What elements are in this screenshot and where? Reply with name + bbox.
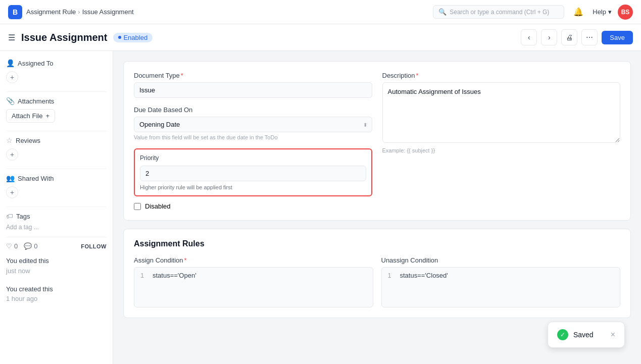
- activity-item-1: You edited this just now: [6, 256, 107, 276]
- top-navigation: B Assignment Rule › Issue Assignment 🔍 S…: [0, 0, 641, 24]
- assign-line-number: 1: [140, 272, 146, 279]
- unassign-condition-code[interactable]: 1 status=='Closed': [381, 267, 621, 307]
- priority-hint: Higher priority rule will be applied fir…: [140, 184, 366, 190]
- unassign-condition-field: Unassign Condition 1 status=='Closed': [381, 256, 621, 307]
- assigned-to-label: 👤 Assigned To: [6, 59, 107, 67]
- attach-file-button[interactable]: Attach File +: [6, 109, 55, 123]
- rules-grid: Assign Condition * 1 status=='Open' Unas…: [134, 256, 620, 307]
- likes-count: ♡ 0: [6, 242, 18, 250]
- document-type-input[interactable]: [134, 82, 372, 98]
- reviews-section: ☆ Reviews +: [6, 136, 107, 161]
- shared-with-section: 👥 Shared With +: [6, 174, 107, 198]
- chevron-down-icon: ▾: [608, 8, 612, 16]
- add-tag-link[interactable]: Add a tag ...: [6, 224, 39, 231]
- tags-section: 🏷 Tags Add a tag ...: [6, 212, 107, 231]
- activity-log: You edited this just now You created thi…: [6, 256, 107, 304]
- activity-item-2: You created this 1 hour ago: [6, 284, 107, 304]
- document-type-field: Document Type *: [134, 72, 372, 98]
- follow-button[interactable]: FOLLOW: [81, 243, 107, 249]
- print-button[interactable]: 🖨: [561, 29, 577, 45]
- reviews-label: ☆ Reviews: [6, 136, 107, 144]
- description-field: Description * Automatic Assignment of Is…: [382, 72, 621, 153]
- assignment-rules-title: Assignment Rules: [134, 239, 620, 248]
- comments-count: 💬 0: [24, 242, 37, 250]
- assigned-to-section: 👤 Assigned To +: [6, 59, 107, 83]
- page-header-actions: ‹ › 🖨 ⋯ Save: [521, 29, 633, 45]
- more-options-button[interactable]: ⋯: [581, 29, 598, 45]
- unassign-condition-value: status=='Closed': [400, 272, 448, 279]
- add-assigned-to-button[interactable]: +: [6, 71, 18, 83]
- unassign-code-line: 1 status=='Closed': [388, 272, 614, 279]
- assign-condition-value: status=='Open': [153, 272, 196, 279]
- due-date-label: Due Date Based On: [134, 106, 372, 114]
- tags-label: 🏷 Tags: [6, 212, 107, 220]
- toast-close-button[interactable]: ×: [611, 330, 615, 339]
- sidebar: 👤 Assigned To + 📎 Attachments Attach Fil…: [0, 51, 113, 364]
- add-shared-with-button[interactable]: +: [6, 186, 18, 198]
- priority-value: 2: [140, 166, 366, 181]
- plus-icon: +: [45, 112, 50, 120]
- breadcrumb-assignment-rule[interactable]: Assignment Rule: [26, 8, 76, 16]
- status-dot: [118, 36, 121, 39]
- assignment-rules-card: Assignment Rules Assign Condition * 1 st…: [123, 229, 631, 318]
- required-star: *: [181, 72, 183, 79]
- main-form-card: Document Type * Due Date Based On Openin…: [123, 61, 631, 221]
- document-type-label: Document Type *: [134, 72, 372, 79]
- priority-label: Priority: [140, 154, 366, 162]
- help-label: Help: [593, 8, 606, 16]
- main-layout: 👤 Assigned To + 📎 Attachments Attach Fil…: [0, 51, 641, 364]
- breadcrumb-sep-1: ›: [78, 8, 80, 16]
- share-icon: 👥: [6, 174, 15, 182]
- form-grid: Document Type * Due Date Based On Openin…: [134, 72, 620, 210]
- page-header: ☰ Issue Assignment Enabled ‹ › 🖨 ⋯ Save: [0, 24, 641, 51]
- hamburger-icon[interactable]: ☰: [8, 33, 15, 42]
- shared-with-label: 👥 Shared With: [6, 174, 107, 182]
- avatar: BS: [618, 5, 633, 20]
- help-button[interactable]: Help ▾: [593, 8, 612, 16]
- user-icon: 👤: [6, 59, 15, 67]
- breadcrumb: Assignment Rule › Issue Assignment: [26, 8, 134, 16]
- unassign-condition-label: Unassign Condition: [381, 256, 621, 264]
- attach-file-label: Attach File: [12, 112, 42, 120]
- assign-condition-field: Assign Condition * 1 status=='Open': [134, 256, 373, 307]
- left-column: Document Type * Due Date Based On Openin…: [134, 72, 372, 210]
- due-date-select[interactable]: Opening Date: [134, 117, 372, 132]
- description-required-star: *: [416, 72, 419, 79]
- tag-icon: 🏷: [6, 212, 13, 220]
- description-label: Description *: [382, 72, 621, 79]
- prev-button[interactable]: ‹: [521, 29, 537, 45]
- description-example: Example: {{ subject }}: [382, 147, 621, 153]
- add-review-button[interactable]: +: [6, 148, 18, 161]
- notifications-button[interactable]: 🔔: [570, 4, 586, 20]
- toast-check-icon: ✓: [557, 329, 568, 340]
- topnav-right: 🔍 Search or type a command (Ctrl + G) 🔔 …: [433, 4, 633, 20]
- paperclip-icon: 📎: [6, 97, 15, 105]
- priority-box: Priority 2 Higher priority rule will be …: [134, 148, 372, 196]
- app-icon: B: [8, 5, 22, 19]
- due-date-select-wrapper: Opening Date ⬍: [134, 117, 372, 132]
- assign-code-line: 1 status=='Open': [140, 272, 367, 279]
- disabled-row: Disabled: [134, 202, 372, 210]
- status-badge: Enabled: [113, 33, 153, 42]
- assign-condition-code[interactable]: 1 status=='Open': [134, 267, 373, 307]
- unassign-line-number: 1: [388, 272, 394, 279]
- main-content: Document Type * Due Date Based On Openin…: [113, 51, 641, 364]
- breadcrumb-issue-assignment[interactable]: Issue Assignment: [82, 8, 134, 16]
- right-column: Description * Automatic Assignment of Is…: [382, 72, 621, 210]
- description-textarea[interactable]: Automatic Assignment of Issues: [382, 82, 621, 143]
- assign-required-star: *: [184, 256, 187, 264]
- disabled-checkbox[interactable]: [134, 203, 141, 210]
- page-title: Issue Assignment: [21, 32, 107, 43]
- star-icon: ☆: [6, 136, 13, 144]
- social-row: ♡ 0 💬 0 FOLLOW: [6, 242, 107, 250]
- due-date-hint: Value from this field will be set as the…: [134, 134, 372, 140]
- search-bar[interactable]: 🔍 Search or type a command (Ctrl + G): [433, 5, 564, 19]
- due-date-field: Due Date Based On Opening Date ⬍ Value f…: [134, 106, 372, 140]
- saved-toast: ✓ Saved ×: [548, 322, 625, 348]
- attachments-label: 📎 Attachments: [6, 97, 107, 105]
- search-placeholder: Search or type a command (Ctrl + G): [450, 9, 549, 16]
- status-label: Enabled: [123, 34, 147, 41]
- attachments-section: 📎 Attachments Attach File +: [6, 97, 107, 123]
- save-button[interactable]: Save: [602, 31, 633, 44]
- next-button[interactable]: ›: [541, 29, 557, 45]
